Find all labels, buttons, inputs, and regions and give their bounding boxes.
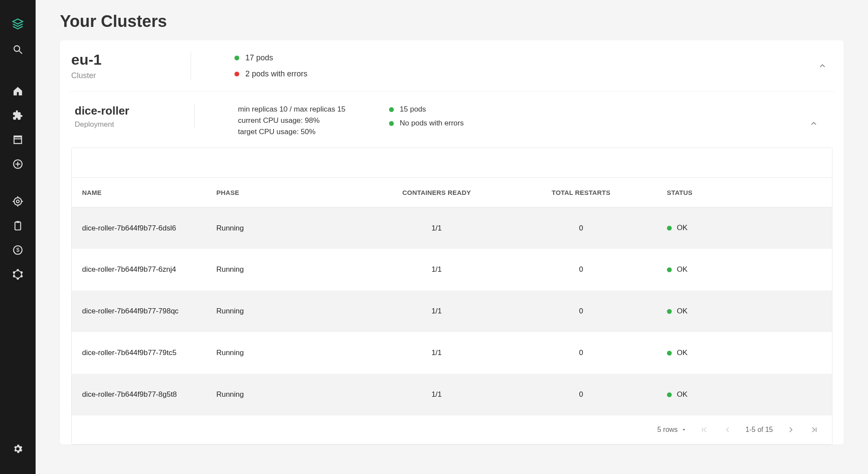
chevron-left-icon	[724, 426, 732, 434]
col-header-name: NAME	[72, 178, 208, 207]
table-row[interactable]: dice-roller-7b644f9b77-79tc5Running1/10O…	[72, 332, 832, 374]
cluster-errors-text: 2 pods with errors	[245, 69, 307, 79]
cluster-name: eu-1	[71, 52, 182, 68]
cluster-type-label: Cluster	[71, 71, 182, 80]
status-dot-green-icon	[389, 121, 394, 126]
money-icon[interactable]: $	[0, 238, 36, 262]
svg-point-19	[21, 272, 22, 273]
cluster-pods-text: 17 pods	[245, 53, 273, 63]
library-icon[interactable]	[0, 128, 36, 152]
rows-per-page-select[interactable]: 5 rows	[657, 426, 686, 434]
deployment-pods-text: 15 pods	[400, 105, 426, 114]
cell-status: OK	[650, 207, 832, 249]
first-page-button[interactable]	[699, 424, 710, 435]
next-page-button[interactable]	[785, 424, 796, 435]
table-row[interactable]: dice-roller-7b644f9b77-798qcRunning1/10O…	[72, 290, 832, 332]
cell-name: dice-roller-7b644f9b77-798qc	[72, 290, 208, 332]
last-page-button[interactable]	[809, 424, 820, 435]
add-circle-icon[interactable]	[0, 152, 36, 176]
cluster-card: eu-1 Cluster 17 pods 2 pods with errors	[60, 40, 844, 444]
page-title: Your Clusters	[60, 12, 844, 31]
cluster-title-block: eu-1 Cluster	[69, 52, 191, 80]
cell-name: dice-roller-7b644f9b77-6znj4	[72, 249, 208, 290]
settings-icon[interactable]	[0, 437, 36, 461]
col-header-status: STATUS	[650, 178, 832, 207]
cell-ready: 1/1	[360, 374, 512, 415]
cell-status: OK	[650, 374, 832, 415]
cell-ready: 1/1	[360, 290, 512, 332]
extension-icon[interactable]	[0, 103, 36, 128]
cell-restarts: 0	[513, 332, 650, 374]
graphql-icon[interactable]	[0, 262, 36, 286]
status-dot-green-icon	[667, 267, 672, 272]
deployment-name: dice-roller	[75, 104, 185, 118]
deployment-target-cpu-line: target CPU usage: 50%	[238, 128, 346, 136]
sidebar: $	[0, 0, 36, 474]
deployment-type-label: Deployment	[75, 120, 185, 129]
svg-line-2	[19, 51, 22, 54]
status-dot-green-icon	[667, 309, 672, 314]
table-header-row: NAME PHASE CONTAINERS READY TOTAL RESTAR…	[72, 178, 832, 207]
status-dot-red-icon	[234, 72, 239, 76]
caret-down-icon	[681, 427, 686, 432]
cell-status: OK	[650, 332, 832, 374]
deployment-header: dice-roller Deployment min replicas 10 /…	[69, 100, 835, 148]
svg-point-18	[17, 270, 18, 271]
cell-restarts: 0	[513, 207, 650, 249]
cell-name: dice-roller-7b644f9b77-79tc5	[72, 332, 208, 374]
status-dot-green-icon	[667, 351, 672, 356]
cell-restarts: 0	[513, 290, 650, 332]
collapse-deployment-button[interactable]	[807, 117, 820, 130]
search-icon[interactable]	[0, 37, 36, 62]
svg-point-7	[14, 198, 21, 205]
logo-icon[interactable]	[0, 13, 36, 37]
pagination: 5 rows 1-5 of 15	[72, 415, 832, 444]
deployment-current-cpu-line: current CPU usage: 98%	[238, 116, 346, 125]
col-header-phase: PHASE	[208, 178, 360, 207]
pods-table: NAME PHASE CONTAINERS READY TOTAL RESTAR…	[72, 148, 832, 415]
svg-rect-14	[17, 221, 20, 223]
cluster-errors-line: 2 pods with errors	[234, 69, 307, 79]
table-row[interactable]: dice-roller-7b644f9b77-6znj4Running1/10O…	[72, 249, 832, 290]
deployment-title-block: dice-roller Deployment	[73, 104, 195, 129]
prev-page-button[interactable]	[722, 424, 733, 435]
table-row[interactable]: dice-roller-7b644f9b77-8g5t8Running1/10O…	[72, 374, 832, 415]
clipboard-icon[interactable]	[0, 214, 36, 238]
cell-phase: Running	[208, 290, 360, 332]
cell-phase: Running	[208, 374, 360, 415]
col-header-restarts: TOTAL RESTARTS	[513, 178, 650, 207]
cell-status: OK	[650, 290, 832, 332]
cell-name: dice-roller-7b644f9b77-8g5t8	[72, 374, 208, 415]
table-row[interactable]: dice-roller-7b644f9b77-6dsl6Running1/10O…	[72, 207, 832, 249]
status-dot-green-icon	[389, 107, 394, 112]
cluster-pods-line: 17 pods	[234, 53, 307, 63]
rows-per-page-label: 5 rows	[657, 426, 678, 434]
cluster-header: eu-1 Cluster 17 pods 2 pods with errors	[60, 40, 844, 92]
deployment-errors-text: No pods with errors	[400, 119, 464, 128]
svg-text:$: $	[16, 247, 20, 253]
svg-marker-17	[14, 270, 21, 279]
chevron-right-icon	[787, 426, 795, 434]
cell-ready: 1/1	[360, 332, 512, 374]
cell-status: OK	[650, 249, 832, 290]
status-text: OK	[677, 224, 688, 232]
cell-restarts: 0	[513, 374, 650, 415]
cluster-stats: 17 pods 2 pods with errors	[191, 52, 307, 79]
main-content: Your Clusters eu-1 Cluster 17 pods 2 pod…	[36, 0, 868, 474]
status-text: OK	[677, 349, 688, 357]
deployment-card: dice-roller Deployment min replicas 10 /…	[69, 92, 835, 444]
status-text: OK	[677, 390, 688, 399]
last-page-icon	[810, 426, 818, 434]
target-icon[interactable]	[0, 189, 36, 214]
status-dot-green-icon	[667, 226, 672, 230]
status-text: OK	[677, 265, 688, 274]
status-text: OK	[677, 307, 688, 316]
home-icon[interactable]	[0, 79, 36, 103]
collapse-cluster-button[interactable]	[816, 59, 829, 72]
svg-marker-0	[13, 19, 23, 24]
col-header-ready: CONTAINERS READY	[360, 178, 512, 207]
svg-point-23	[13, 272, 15, 273]
pagination-range: 1-5 of 15	[746, 426, 773, 434]
deployment-stats: 15 pods No pods with errors	[346, 104, 464, 133]
cell-ready: 1/1	[360, 249, 512, 290]
